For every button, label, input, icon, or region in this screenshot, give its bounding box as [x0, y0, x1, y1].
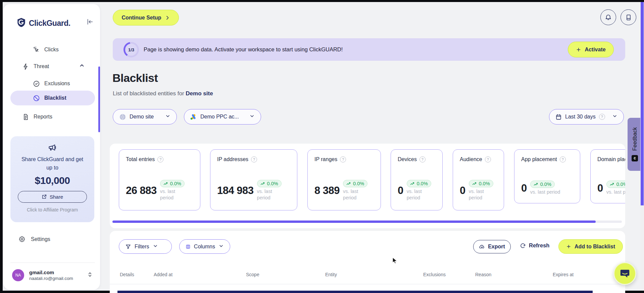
stat-value: 0 [521, 182, 527, 194]
columns-dropdown[interactable]: Columns [179, 239, 230, 254]
sidebar-item-exclusions[interactable]: Exclusions [33, 78, 70, 89]
select-caret-icon[interactable] [87, 272, 93, 279]
column-header-reason[interactable]: Reason [475, 272, 491, 277]
stat-compare-label: vs. last period [257, 188, 278, 201]
sidebar-item-reports[interactable]: Reports [22, 111, 52, 122]
banner-message: Page is showing demo data. Activate your… [144, 46, 343, 53]
help-icon[interactable]: ? [419, 156, 426, 162]
docs-button[interactable] [621, 9, 636, 25]
sidebar-item-threat[interactable]: Threat [22, 61, 49, 72]
chevron-down-icon [612, 113, 617, 120]
blacklist-table-panel: Filters Columns Export Refresh Add to Bl… [110, 231, 625, 293]
feedback-label: Feedback [632, 127, 638, 151]
ppc-account-selector[interactable]: Demo PPC ac... [184, 109, 261, 125]
avatar: NA [12, 269, 24, 281]
help-icon[interactable]: ? [251, 156, 257, 162]
sidebar-item-label: Exclusions [44, 81, 70, 87]
affiliate-promo-card[interactable]: Share ClickGuard and get up to $10,000 S… [10, 136, 94, 222]
lightning-icon [22, 63, 29, 70]
stat-value: 0 [460, 185, 465, 197]
table-bottom-scrollbar[interactable] [117, 291, 593, 293]
feedback-icon: c [632, 155, 638, 161]
setup-progress-ring: 1/3 [123, 42, 139, 57]
stat-value: 184 983 [217, 185, 254, 197]
chat-launcher-button[interactable] [613, 262, 636, 285]
add-to-blacklist-button[interactable]: Add to Blacklist [558, 239, 623, 254]
cursor-click-icon [33, 46, 40, 53]
site-selector[interactable]: Demo site [113, 109, 177, 125]
continue-setup-button[interactable]: Continue Setup [113, 10, 179, 26]
sidebar-collapse-icon[interactable] [86, 18, 94, 27]
user-workspace: gmail.com [29, 270, 73, 275]
delta-badge: 0.0% [606, 181, 625, 188]
google-ads-icon [190, 114, 197, 120]
column-header-scope[interactable]: Scope [246, 272, 259, 277]
chevron-up-icon[interactable] [79, 62, 85, 70]
help-icon[interactable]: ? [485, 156, 491, 162]
account-switcher[interactable]: NA gmail.com naatali.ro@gmail.com [12, 269, 93, 281]
blocked-icon [33, 95, 40, 102]
stat-card-devices: Devices? 0 0.0% vs. last period [391, 149, 443, 210]
columns-icon [186, 244, 191, 250]
stat-card-audience: Audience? 0 0.0% vs. last period [453, 149, 504, 210]
help-icon[interactable]: ? [560, 156, 566, 162]
chevron-down-icon [153, 243, 158, 250]
sidebar-item-label: Threat [34, 63, 49, 69]
filters-dropdown[interactable]: Filters [119, 239, 172, 254]
share-button[interactable]: Share [18, 191, 87, 203]
notifications-button[interactable] [600, 9, 616, 25]
stats-scrollbar[interactable] [112, 221, 596, 223]
gear-icon [18, 236, 26, 243]
column-header-added-at[interactable]: Added at [154, 272, 172, 277]
page-subtitle: List of blacklisted entities for Demo si… [113, 90, 213, 97]
chevron-right-icon [165, 15, 170, 20]
export-button[interactable]: Export [473, 240, 511, 253]
sidebar-item-settings[interactable]: Settings [18, 236, 50, 243]
help-icon[interactable]: ? [340, 156, 346, 162]
sidebar: ClickGuard. Clicks Threat Exclusions Bla… [3, 4, 100, 290]
stats-panel: Total entries? 26 883 0.0% vs. last peri… [110, 144, 625, 228]
sidebar-scrollbar[interactable] [98, 66, 100, 132]
badge-check-icon [33, 80, 40, 87]
trend-up-icon [260, 182, 265, 186]
stat-value: 0 [398, 185, 403, 197]
app-background: ClickGuard. Clicks Threat Exclusions Bla… [3, 2, 640, 291]
megaphone-icon [10, 143, 94, 153]
column-header-expires-at[interactable]: Expires at [553, 272, 574, 277]
date-range-selector[interactable]: Last 30 days ? [549, 109, 624, 125]
stat-compare-label: vs. last period [469, 188, 490, 201]
help-icon[interactable]: ? [157, 156, 163, 162]
stat-card-ip-ranges: IP ranges? 8 389 0.0% vs. last period [307, 149, 381, 210]
sidebar-item-clicks[interactable]: Clicks [33, 44, 59, 55]
document-icon [22, 113, 29, 120]
column-header-entity[interactable]: Entity [325, 272, 337, 277]
column-header-exclusions[interactable]: Exclusions [423, 272, 446, 277]
stat-card-ip-addresses: IP addresses? 184 983 0.0% vs. last peri… [210, 149, 297, 210]
activate-button[interactable]: Activate [568, 42, 614, 57]
trend-up-icon [610, 182, 615, 186]
setup-progress-step: 1/3 [125, 44, 137, 56]
chevron-down-icon [249, 113, 255, 120]
stat-compare-label: vs. last period [160, 188, 181, 201]
chat-icon [620, 269, 630, 278]
delta-badge: 0.0% [257, 180, 282, 187]
brand-logo: ClickGuard. [17, 17, 70, 29]
help-icon[interactable]: ? [599, 114, 605, 120]
book-icon [625, 14, 632, 21]
user-email: naatali.ro@gmail.com [29, 276, 73, 281]
column-header-details[interactable]: Details [120, 272, 134, 277]
page-scrollbar[interactable] [641, 2, 644, 205]
delta-badge: 0.0% [469, 180, 493, 187]
trend-up-icon [410, 182, 415, 186]
stat-label: Domain placement [597, 156, 625, 162]
feedback-tab[interactable]: Feedback c [628, 118, 642, 171]
sidebar-item-blacklist[interactable]: Blacklist [33, 93, 66, 103]
plus-icon [576, 47, 581, 52]
shield-logo-icon [17, 17, 26, 29]
globe-icon [119, 113, 126, 120]
refresh-button[interactable]: Refresh [520, 242, 549, 249]
trend-up-icon [163, 182, 168, 186]
page-title: Blacklist [112, 71, 158, 85]
stat-card-domain-placement: Domain placement 0 0.0% vs. last period [590, 149, 625, 203]
promo-footnote: Click to Affiliate Program [10, 207, 94, 212]
